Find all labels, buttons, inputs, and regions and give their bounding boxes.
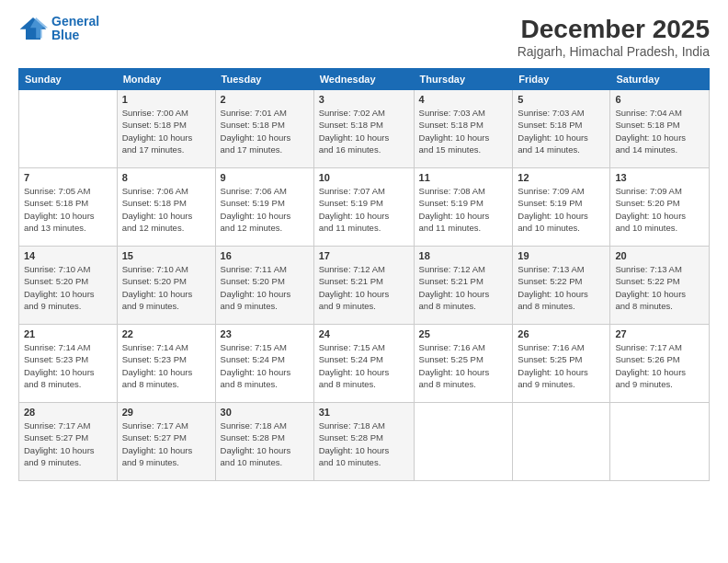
day-number: 15: [122, 250, 210, 261]
day-info: Sunrise: 7:06 AMSunset: 5:18 PMDaylight:…: [122, 185, 210, 234]
table-row: 31Sunrise: 7:18 AMSunset: 5:28 PMDayligh…: [313, 403, 414, 481]
day-info: Sunrise: 7:15 AMSunset: 5:24 PMDaylight:…: [221, 341, 309, 390]
day-info: Sunrise: 7:17 AMSunset: 5:27 PMDaylight:…: [24, 419, 112, 468]
table-row: 6Sunrise: 7:04 AMSunset: 5:18 PMDaylight…: [610, 90, 710, 168]
day-number: 1: [122, 94, 210, 105]
day-info: Sunrise: 7:10 AMSunset: 5:20 PMDaylight:…: [24, 263, 112, 312]
day-info: Sunrise: 7:16 AMSunset: 5:25 PMDaylight:…: [518, 341, 605, 390]
table-row: 3Sunrise: 7:02 AMSunset: 5:18 PMDaylight…: [313, 90, 414, 168]
day-number: 22: [122, 328, 210, 339]
day-info: Sunrise: 7:15 AMSunset: 5:24 PMDaylight:…: [319, 341, 409, 390]
table-row: 28Sunrise: 7:17 AMSunset: 5:27 PMDayligh…: [19, 403, 118, 481]
table-row: 10Sunrise: 7:07 AMSunset: 5:19 PMDayligh…: [313, 168, 414, 247]
table-row: 21Sunrise: 7:14 AMSunset: 5:23 PMDayligh…: [19, 325, 118, 403]
week-row-4: 21Sunrise: 7:14 AMSunset: 5:23 PMDayligh…: [19, 325, 710, 403]
location: Rajgarh, Himachal Pradesh, India: [518, 44, 710, 59]
svg-marker-0: [20, 17, 47, 40]
table-row: 19Sunrise: 7:13 AMSunset: 5:22 PMDayligh…: [513, 247, 610, 325]
week-row-1: 1Sunrise: 7:00 AMSunset: 5:18 PMDaylight…: [19, 90, 710, 168]
day-info: Sunrise: 7:08 AMSunset: 5:19 PMDaylight:…: [419, 185, 508, 234]
day-info: Sunrise: 7:06 AMSunset: 5:19 PMDaylight:…: [221, 185, 309, 234]
table-row: 23Sunrise: 7:15 AMSunset: 5:24 PMDayligh…: [215, 325, 313, 403]
table-row: [414, 403, 513, 481]
table-row: 9Sunrise: 7:06 AMSunset: 5:19 PMDaylight…: [215, 168, 313, 247]
day-number: 4: [419, 94, 508, 105]
day-number: 7: [24, 172, 112, 183]
day-info: Sunrise: 7:18 AMSunset: 5:28 PMDaylight:…: [319, 419, 409, 468]
day-number: 12: [518, 172, 605, 183]
weekday-header-row: Sunday Monday Tuesday Wednesday Thursday…: [19, 69, 710, 90]
day-info: Sunrise: 7:13 AMSunset: 5:22 PMDaylight:…: [615, 263, 704, 312]
week-row-5: 28Sunrise: 7:17 AMSunset: 5:27 PMDayligh…: [19, 403, 710, 481]
day-info: Sunrise: 7:04 AMSunset: 5:18 PMDaylight:…: [615, 107, 704, 155]
logo-icon: [18, 16, 48, 41]
table-row: [610, 403, 710, 481]
header-wednesday: Wednesday: [313, 69, 414, 90]
calendar: Sunday Monday Tuesday Wednesday Thursday…: [18, 68, 710, 481]
table-row: 16Sunrise: 7:11 AMSunset: 5:20 PMDayligh…: [215, 247, 313, 325]
table-row: 20Sunrise: 7:13 AMSunset: 5:22 PMDayligh…: [610, 247, 710, 325]
day-info: Sunrise: 7:16 AMSunset: 5:25 PMDaylight:…: [419, 341, 508, 390]
header-saturday: Saturday: [610, 69, 710, 90]
day-info: Sunrise: 7:13 AMSunset: 5:22 PMDaylight:…: [518, 263, 605, 312]
day-info: Sunrise: 7:07 AMSunset: 5:19 PMDaylight:…: [319, 185, 409, 234]
day-number: 31: [319, 407, 409, 418]
table-row: 7Sunrise: 7:05 AMSunset: 5:18 PMDaylight…: [19, 168, 118, 247]
day-info: Sunrise: 7:10 AMSunset: 5:20 PMDaylight:…: [122, 263, 210, 312]
table-row: 5Sunrise: 7:03 AMSunset: 5:18 PMDaylight…: [513, 90, 610, 168]
day-number: 30: [221, 407, 309, 418]
day-info: Sunrise: 7:12 AMSunset: 5:21 PMDaylight:…: [319, 263, 409, 312]
day-number: 20: [615, 250, 704, 261]
table-row: 2Sunrise: 7:01 AMSunset: 5:18 PMDaylight…: [215, 90, 313, 168]
day-info: Sunrise: 7:00 AMSunset: 5:18 PMDaylight:…: [122, 107, 210, 155]
table-row: 14Sunrise: 7:10 AMSunset: 5:20 PMDayligh…: [19, 247, 118, 325]
day-number: 14: [24, 250, 112, 261]
day-number: 9: [221, 172, 309, 183]
header-thursday: Thursday: [414, 69, 513, 90]
day-info: Sunrise: 7:14 AMSunset: 5:23 PMDaylight:…: [24, 341, 112, 390]
table-row: 24Sunrise: 7:15 AMSunset: 5:24 PMDayligh…: [313, 325, 414, 403]
day-info: Sunrise: 7:03 AMSunset: 5:18 PMDaylight:…: [419, 107, 508, 155]
table-row: 8Sunrise: 7:06 AMSunset: 5:18 PMDaylight…: [117, 168, 215, 247]
header-sunday: Sunday: [19, 69, 118, 90]
day-number: 3: [319, 94, 409, 105]
day-info: Sunrise: 7:01 AMSunset: 5:18 PMDaylight:…: [221, 107, 309, 155]
day-info: Sunrise: 7:17 AMSunset: 5:26 PMDaylight:…: [615, 341, 704, 390]
day-number: 26: [518, 328, 605, 339]
day-number: 29: [122, 407, 210, 418]
day-number: 6: [615, 94, 704, 105]
day-info: Sunrise: 7:12 AMSunset: 5:21 PMDaylight:…: [419, 263, 508, 312]
day-number: 23: [221, 328, 309, 339]
table-row: 26Sunrise: 7:16 AMSunset: 5:25 PMDayligh…: [513, 325, 610, 403]
week-row-2: 7Sunrise: 7:05 AMSunset: 5:18 PMDaylight…: [19, 168, 710, 247]
day-number: 8: [122, 172, 210, 183]
month-title: December 2025: [518, 15, 710, 44]
week-row-3: 14Sunrise: 7:10 AMSunset: 5:20 PMDayligh…: [19, 247, 710, 325]
logo-line1: General: [51, 14, 99, 29]
table-row: [513, 403, 610, 481]
day-number: 2: [221, 94, 309, 105]
day-info: Sunrise: 7:11 AMSunset: 5:20 PMDaylight:…: [221, 263, 309, 312]
logo: General Blue: [18, 15, 99, 43]
table-row: 11Sunrise: 7:08 AMSunset: 5:19 PMDayligh…: [414, 168, 513, 247]
day-number: 28: [24, 407, 112, 418]
table-row: 29Sunrise: 7:17 AMSunset: 5:27 PMDayligh…: [117, 403, 215, 481]
day-number: 10: [319, 172, 409, 183]
day-info: Sunrise: 7:14 AMSunset: 5:23 PMDaylight:…: [122, 341, 210, 390]
day-number: 18: [419, 250, 508, 261]
day-number: 5: [518, 94, 605, 105]
table-row: 30Sunrise: 7:18 AMSunset: 5:28 PMDayligh…: [215, 403, 313, 481]
table-row: 22Sunrise: 7:14 AMSunset: 5:23 PMDayligh…: [117, 325, 215, 403]
day-info: Sunrise: 7:17 AMSunset: 5:27 PMDaylight:…: [122, 419, 210, 468]
logo-line2: Blue: [51, 28, 79, 42]
day-info: Sunrise: 7:09 AMSunset: 5:19 PMDaylight:…: [518, 185, 605, 234]
day-number: 17: [319, 250, 409, 261]
day-number: 25: [419, 328, 508, 339]
day-number: 11: [419, 172, 508, 183]
day-info: Sunrise: 7:02 AMSunset: 5:18 PMDaylight:…: [319, 107, 409, 155]
table-row: 15Sunrise: 7:10 AMSunset: 5:20 PMDayligh…: [117, 247, 215, 325]
day-info: Sunrise: 7:09 AMSunset: 5:20 PMDaylight:…: [615, 185, 704, 234]
header: General Blue December 2025 Rajgarh, Hima…: [18, 15, 710, 59]
page: General Blue December 2025 Rajgarh, Hima…: [0, 0, 728, 563]
table-row: 13Sunrise: 7:09 AMSunset: 5:20 PMDayligh…: [610, 168, 710, 247]
